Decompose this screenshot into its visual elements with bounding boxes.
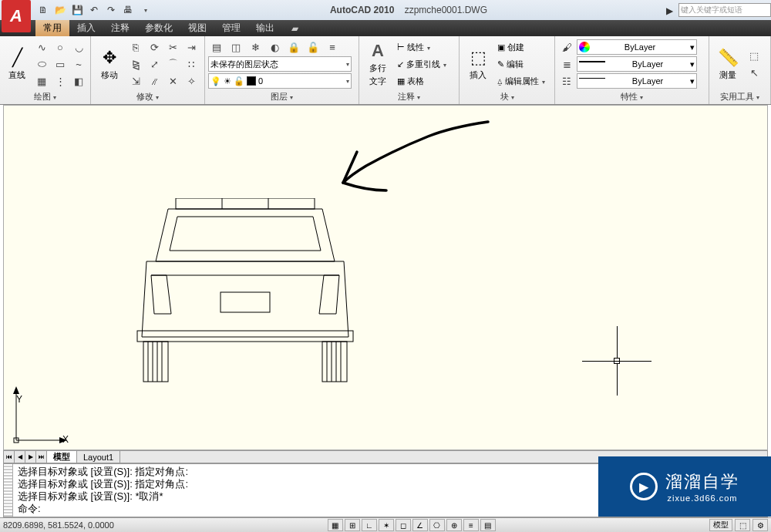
tab-view[interactable]: 视图	[180, 20, 214, 36]
redo-icon[interactable]: ↷	[103, 3, 119, 17]
trim-icon[interactable]: ✂	[164, 39, 181, 55]
tab-parametric[interactable]: 参数化	[137, 20, 180, 36]
linetype-dropdown[interactable]: ByLayer▾	[577, 73, 697, 89]
rectangle-icon[interactable]: ▭	[52, 56, 69, 72]
search-input[interactable]: 键入关键字或短语	[678, 3, 771, 17]
polar-toggle[interactable]: ✶	[379, 519, 394, 531]
qp-toggle[interactable]: ▤	[480, 519, 496, 531]
matchprop-icon[interactable]: 🖌	[558, 39, 575, 55]
print-icon[interactable]: 🖶	[120, 3, 136, 17]
offset-icon[interactable]: ⫽	[146, 73, 163, 89]
mirror-icon[interactable]: ⧎	[127, 56, 144, 72]
next-tab-icon[interactable]: ▶	[25, 451, 36, 463]
tab-output[interactable]: 输出	[248, 20, 282, 36]
save-icon[interactable]: 💾	[69, 3, 85, 17]
model-space-button[interactable]: 模型	[709, 519, 732, 531]
grid-toggle[interactable]: ⊞	[345, 519, 360, 531]
app-menu-button[interactable]: A	[2, 0, 31, 32]
stretch-icon[interactable]: ⇲	[127, 73, 144, 89]
point-icon[interactable]: ⋮	[52, 73, 69, 89]
color-dropdown[interactable]: ByLayer▾	[577, 39, 697, 55]
cmd-drag-handle[interactable]	[4, 464, 13, 517]
measure-button[interactable]: 📏 测量	[712, 40, 743, 88]
region-icon[interactable]: ◧	[70, 73, 87, 89]
ducs-toggle[interactable]: ⎔	[429, 519, 445, 531]
tab-extra-icon[interactable]: ▰	[282, 20, 308, 36]
drawing-canvas[interactable]: Y X	[3, 105, 768, 450]
polyline-icon[interactable]: ∿	[33, 39, 50, 55]
block-edit-button[interactable]: ✎编辑	[496, 56, 547, 72]
layout1-tab[interactable]: Layout1	[77, 451, 120, 463]
ortho-toggle[interactable]: ∟	[362, 519, 377, 531]
lt-preview	[579, 78, 605, 84]
blocks-expand-icon[interactable]	[510, 92, 514, 101]
otrack-toggle[interactable]: ∠	[412, 519, 428, 531]
scale-icon[interactable]: ⤢	[146, 56, 163, 72]
props-expand-icon[interactable]	[639, 92, 643, 101]
block-insert-button[interactable]: ⬚ 插入	[463, 40, 493, 88]
tab-insert[interactable]: 插入	[69, 20, 103, 36]
util-expand-icon[interactable]	[756, 92, 759, 101]
layer-lock-icon[interactable]: 🔒	[285, 39, 302, 55]
create-icon: ▣	[497, 42, 505, 52]
layer-iso-icon[interactable]: ◫	[227, 39, 244, 55]
play-icon: ▶	[630, 473, 658, 500]
qat-more-icon[interactable]	[137, 3, 153, 17]
hatch-icon[interactable]: ▦	[33, 73, 50, 89]
undo-icon[interactable]: ↶	[86, 3, 102, 17]
last-tab-icon[interactable]: ⏭	[36, 451, 47, 463]
props-icon[interactable]: ☷	[558, 73, 575, 89]
modify-expand-icon[interactable]	[155, 92, 159, 101]
first-tab-icon[interactable]: ⏮	[4, 451, 15, 463]
lwt-toggle[interactable]: ≡	[463, 519, 479, 531]
extend-icon[interactable]: ⇥	[183, 39, 200, 55]
layer-freeze-icon[interactable]: ❄	[247, 39, 264, 55]
lineweight-dropdown[interactable]: ByLayer▾	[577, 56, 697, 72]
model-tab[interactable]: 模型	[47, 451, 77, 463]
layer-current-dropdown[interactable]: 💡 ☀ 🔓 0▾	[208, 73, 352, 89]
array-icon[interactable]: ∷	[183, 56, 200, 72]
table-button[interactable]: ▦表格	[396, 73, 448, 89]
move-button[interactable]: ✥ 移动	[94, 40, 125, 88]
layer-state-dropdown[interactable]: 未保存的图层状态▾	[208, 56, 352, 72]
spline-icon[interactable]: ~	[70, 56, 87, 72]
copy-icon[interactable]: ⎘	[127, 39, 144, 55]
block-attr-button[interactable]: ⍙编辑属性	[496, 73, 547, 89]
rotate-icon[interactable]: ⟳	[146, 39, 163, 55]
tab-annotate[interactable]: 注释	[103, 20, 137, 36]
status-icon-2[interactable]: ⚙	[752, 519, 768, 531]
list-icon[interactable]: ≣	[558, 56, 575, 72]
osnap-toggle[interactable]: ◻	[396, 519, 411, 531]
layers-expand-icon[interactable]	[289, 92, 293, 101]
layer-match-icon[interactable]: ≡	[324, 39, 341, 55]
explode-icon[interactable]: ✧	[183, 73, 200, 89]
mleader-button[interactable]: ↙多重引线	[396, 56, 448, 72]
layer-props-icon[interactable]: ▤	[208, 39, 225, 55]
dyn-toggle[interactable]: ⊕	[446, 519, 462, 531]
ellipse-icon[interactable]: ⬭	[33, 56, 50, 72]
snap-toggle[interactable]: ▦	[328, 519, 343, 531]
circle-icon[interactable]: ○	[52, 39, 69, 55]
erase-icon[interactable]: ✕	[164, 73, 181, 89]
tab-manage[interactable]: 管理	[214, 20, 248, 36]
layer-unlock-icon[interactable]: 🔓	[305, 39, 322, 55]
new-icon[interactable]: 🗎	[35, 3, 51, 17]
status-icon-1[interactable]: ⬚	[735, 519, 750, 531]
mtext-button[interactable]: A 多行 文字	[362, 40, 393, 88]
annotate-expand-icon[interactable]	[416, 92, 420, 101]
infocenter-arrow-icon[interactable]: ▶	[666, 5, 675, 15]
draw-expand-icon[interactable]	[52, 92, 56, 101]
fillet-icon[interactable]: ⌒	[164, 56, 181, 72]
block-create-button[interactable]: ▣创建	[496, 39, 547, 55]
layer-off-icon[interactable]: ◐	[266, 39, 283, 55]
open-icon[interactable]: 📂	[52, 3, 68, 17]
status-bar: 8209.6898, 581.5524, 0.0000 ▦ ⊞ ∟ ✶ ◻ ∠ …	[0, 517, 771, 532]
select-icon[interactable]: ⬚	[746, 48, 763, 63]
line-button[interactable]: ╱ 直线	[3, 40, 31, 88]
title-bar: A 🗎 📂 💾 ↶ ↷ 🖶 AutoCAD 2010 zzpmche0001.D…	[0, 0, 771, 20]
prev-tab-icon[interactable]: ◀	[15, 451, 25, 463]
cursor-icon[interactable]: ↖	[746, 65, 763, 80]
dim-linear-button[interactable]: ⊢线性	[396, 39, 448, 55]
tab-home[interactable]: 常用	[35, 20, 69, 36]
arc-icon[interactable]: ◡	[70, 39, 87, 55]
